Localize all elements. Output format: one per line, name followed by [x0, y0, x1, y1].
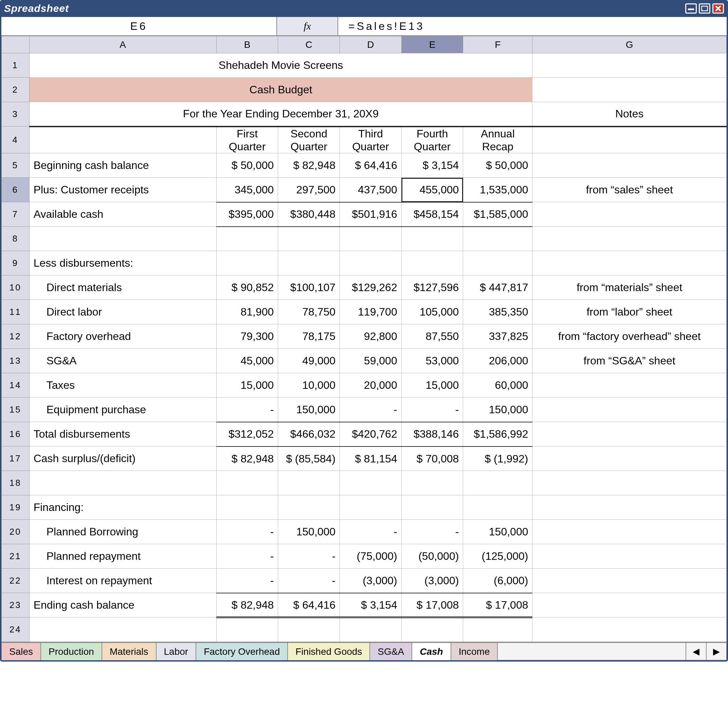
cell[interactable]: Taxes: [29, 373, 216, 398]
cell[interactable]: [532, 471, 726, 495]
cell[interactable]: 150,000: [463, 520, 532, 544]
row-4[interactable]: 4: [2, 127, 29, 153]
cell[interactable]: [216, 495, 278, 520]
cell[interactable]: 78,175: [278, 324, 340, 349]
tab-factory-overhead[interactable]: Factory Overhead: [196, 642, 288, 660]
cell[interactable]: 150,000: [278, 398, 340, 422]
cell[interactable]: FirstQuarter: [216, 127, 278, 153]
tab-labor[interactable]: Labor: [156, 642, 196, 660]
cell[interactable]: [463, 251, 532, 276]
cell-subtitle[interactable]: Cash Budget: [29, 78, 532, 102]
cell[interactable]: [532, 373, 726, 398]
cell[interactable]: $ 82,948: [216, 447, 278, 471]
cell[interactable]: [532, 398, 726, 422]
row-22[interactable]: 22: [2, 569, 29, 593]
cell[interactable]: [216, 251, 278, 276]
cell[interactable]: [216, 227, 278, 251]
cell[interactable]: $395,000: [216, 202, 278, 227]
row-7[interactable]: 7: [2, 202, 29, 227]
cell[interactable]: $ 82,948: [278, 153, 340, 178]
cell[interactable]: [463, 495, 532, 520]
cell[interactable]: 87,550: [401, 324, 463, 349]
col-E[interactable]: E: [401, 36, 463, 53]
cell[interactable]: $ 447,817: [463, 276, 532, 300]
cell[interactable]: [532, 227, 726, 251]
cell[interactable]: [29, 127, 216, 153]
cell[interactable]: $ 82,948: [216, 593, 278, 618]
cell[interactable]: from “materials” sheet: [532, 276, 726, 300]
cell[interactable]: Ending cash balance: [29, 593, 216, 618]
cell[interactable]: [532, 422, 726, 447]
row-1[interactable]: 1: [2, 53, 29, 78]
tab-production[interactable]: Production: [41, 642, 102, 660]
cell[interactable]: Cash surplus/(deficit): [29, 447, 216, 471]
cell[interactable]: $1,585,000: [463, 202, 532, 227]
cell[interactable]: from “factory overhead” sheet: [532, 324, 726, 349]
cell[interactable]: $388,146: [401, 422, 463, 447]
row-23[interactable]: 23: [2, 593, 29, 618]
row-20[interactable]: 20: [2, 520, 29, 544]
cell[interactable]: [340, 618, 402, 642]
row-6[interactable]: 6: [2, 178, 29, 202]
cell[interactable]: 45,000: [216, 349, 278, 373]
cell[interactable]: -: [340, 520, 402, 544]
cell[interactable]: Direct labor: [29, 300, 216, 324]
cell[interactable]: (125,000): [463, 544, 532, 569]
cell[interactable]: 337,825: [463, 324, 532, 349]
cell[interactable]: 20,000: [340, 373, 402, 398]
cell[interactable]: 49,000: [278, 349, 340, 373]
cell[interactable]: $ (85,584): [278, 447, 340, 471]
cell[interactable]: -: [401, 398, 463, 422]
cell[interactable]: 15,000: [401, 373, 463, 398]
row-2[interactable]: 2: [2, 78, 29, 102]
cell[interactable]: 150,000: [278, 520, 340, 544]
cell[interactable]: 53,000: [401, 349, 463, 373]
tab-sga[interactable]: SG&A: [370, 642, 412, 660]
cell[interactable]: -: [216, 520, 278, 544]
cell[interactable]: (3,000): [401, 569, 463, 593]
cell[interactable]: [340, 495, 402, 520]
cell[interactable]: 150,000: [463, 398, 532, 422]
cell[interactable]: [340, 227, 402, 251]
cell[interactable]: $129,262: [340, 276, 402, 300]
cell[interactable]: [401, 618, 463, 642]
cell[interactable]: 59,000: [340, 349, 402, 373]
cell[interactable]: [532, 153, 726, 178]
cell[interactable]: [401, 251, 463, 276]
name-box[interactable]: E6: [2, 17, 277, 35]
cell[interactable]: [401, 495, 463, 520]
col-D[interactable]: D: [340, 36, 402, 53]
active-cell[interactable]: 455,000: [401, 178, 463, 202]
tab-cash[interactable]: Cash: [412, 642, 451, 660]
cell[interactable]: Financing:: [29, 495, 216, 520]
cell-notes-header[interactable]: Notes: [532, 102, 726, 127]
row-24[interactable]: 24: [2, 618, 29, 642]
cell[interactable]: FourthQuarter: [401, 127, 463, 153]
tab-scroll-left[interactable]: ◀: [686, 642, 706, 660]
cell[interactable]: $ 3,154: [340, 593, 402, 618]
cell[interactable]: $ 81,154: [340, 447, 402, 471]
cell[interactable]: $100,107: [278, 276, 340, 300]
cell[interactable]: Available cash: [29, 202, 216, 227]
cell[interactable]: $1,586,992: [463, 422, 532, 447]
select-all-corner[interactable]: [2, 36, 29, 53]
cell[interactable]: [216, 618, 278, 642]
cell[interactable]: $466,032: [278, 422, 340, 447]
fx-button[interactable]: fx: [277, 17, 338, 35]
cell-title[interactable]: Shehadeh Movie Screens: [29, 53, 532, 78]
cell[interactable]: [532, 53, 726, 78]
cell[interactable]: $ 3,154: [401, 153, 463, 178]
cell[interactable]: 78,750: [278, 300, 340, 324]
cell[interactable]: $ 50,000: [216, 153, 278, 178]
cell[interactable]: [532, 569, 726, 593]
cell[interactable]: (3,000): [340, 569, 402, 593]
cell[interactable]: [532, 618, 726, 642]
cell[interactable]: Direct materials: [29, 276, 216, 300]
cell[interactable]: $127,596: [401, 276, 463, 300]
cell[interactable]: $ 17,008: [463, 593, 532, 618]
cell[interactable]: SG&A: [29, 349, 216, 373]
cell[interactable]: (50,000): [401, 544, 463, 569]
cell[interactable]: Equipment purchase: [29, 398, 216, 422]
cell[interactable]: $ 90,852: [216, 276, 278, 300]
tab-sales[interactable]: Sales: [2, 642, 41, 660]
